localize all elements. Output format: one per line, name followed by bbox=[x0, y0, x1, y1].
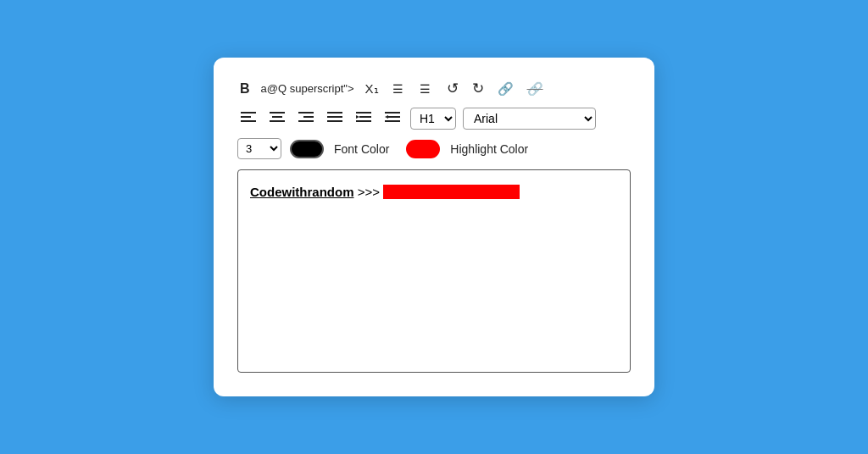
toolbar-row1: B a@Q superscript"> X₁ ☰ ☰ ↺ ↻ 🔗 🔗 bbox=[237, 78, 631, 99]
toolbar-row3: 1 2 3 4 5 6 7 Font Color Highlight Color bbox=[237, 138, 631, 159]
highlight-text: Best Frontend Project bbox=[383, 185, 520, 199]
ordered-list-button[interactable]: ☰ bbox=[390, 80, 409, 97]
font-family-select[interactable]: Arial Times New Roman Courier New Georgi… bbox=[463, 108, 596, 130]
svg-text:☰: ☰ bbox=[392, 82, 403, 96]
superscript-label: a@Q superscript"> bbox=[261, 82, 354, 95]
editor-card: B a@Q superscript"> X₁ ☰ ☰ ↺ ↻ 🔗 🔗 bbox=[214, 58, 654, 396]
align-right-button[interactable] bbox=[295, 108, 317, 129]
indent-button[interactable] bbox=[353, 108, 375, 129]
link-button[interactable]: 🔗 bbox=[495, 80, 516, 98]
svg-marker-17 bbox=[356, 115, 359, 119]
heading-select[interactable]: H1 H2 H3 H4 H5 H6 bbox=[410, 108, 456, 130]
font-size-select[interactable]: 1 2 3 4 5 6 7 bbox=[237, 138, 281, 159]
editor-area[interactable]: Codewithrandom >>> Best Frontend Project bbox=[237, 169, 631, 373]
svg-marker-21 bbox=[385, 115, 388, 119]
toolbar-row2: H1 H2 H3 H4 H5 H6 Arial Times New Roman … bbox=[237, 108, 631, 130]
svg-text:☰: ☰ bbox=[420, 82, 431, 96]
highlight-color-swatch[interactable] bbox=[406, 140, 440, 158]
site-name: Codewithrandom bbox=[250, 185, 354, 199]
subscript-button[interactable]: X₁ bbox=[363, 80, 381, 98]
unordered-list-button[interactable]: ☰ bbox=[417, 80, 436, 97]
unlink-button[interactable]: 🔗 bbox=[525, 80, 546, 98]
align-center-button[interactable] bbox=[266, 108, 288, 129]
font-color-swatch[interactable] bbox=[290, 140, 324, 158]
bold-button[interactable]: B bbox=[237, 80, 253, 98]
undo-button[interactable]: ↺ bbox=[444, 78, 461, 99]
align-justify-button[interactable] bbox=[324, 108, 346, 129]
font-color-label: Font Color bbox=[334, 142, 389, 156]
highlight-color-label: Highlight Color bbox=[450, 142, 528, 156]
editor-content: Codewithrandom >>> Best Frontend Project bbox=[250, 182, 618, 202]
align-left-button[interactable] bbox=[237, 108, 259, 129]
outdent-button[interactable] bbox=[381, 108, 403, 129]
redo-button[interactable]: ↻ bbox=[470, 78, 487, 99]
arrow-text: >>> bbox=[354, 185, 384, 199]
